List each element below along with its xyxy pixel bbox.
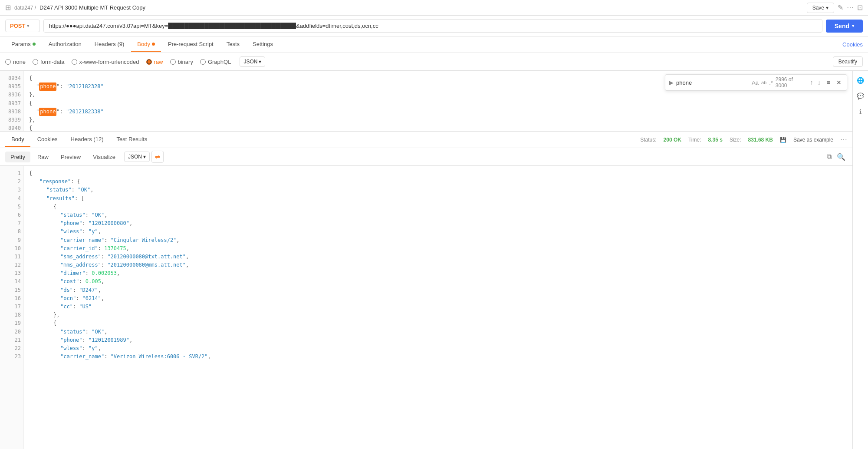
sidebar-icon-comments[interactable]: 💬 (855, 90, 867, 102)
response-body[interactable]: 1 2 3 4 5 6 7 8 9 10 11 12 13 14 (0, 166, 852, 449)
resp-json-chevron: ▾ (143, 154, 146, 160)
response-format-bar: Pretty Raw Preview Visualize JSON ▾ (0, 148, 852, 166)
request-editor: 8934 8935 8936 8937 8938 8939 8940 8941 … (0, 71, 852, 132)
tab-authorization-label: Authorization (49, 41, 82, 47)
response-tab-bar: Body Cookies Headers (12) Test Results S… (0, 132, 852, 148)
resp-tab-body-label: Body (11, 136, 24, 142)
body-type-formdata[interactable]: form-data (33, 59, 65, 65)
find-bar: ▶ Aa ab .* 2996 of 3000 ↑ ↓ ≡ ✕ (665, 74, 847, 91)
status-badge: 200 OK (664, 137, 681, 143)
tab-settings[interactable]: Settings (247, 37, 279, 52)
save-example-button[interactable]: Save as example (793, 137, 833, 143)
fmt-raw-label: Raw (37, 154, 49, 160)
resp-tab-headers[interactable]: Headers (12) (65, 132, 110, 147)
json-format-label: JSON (243, 59, 257, 65)
sidebar-icon-info[interactable]: ℹ (855, 106, 867, 118)
send-chevron: ▾ (852, 23, 854, 28)
fmt-pretty-label: Pretty (10, 154, 25, 160)
save-icon: 💾 (780, 137, 786, 143)
tab-pre-request[interactable]: Pre-request Script (162, 37, 220, 52)
tab-body[interactable]: Body (131, 37, 161, 52)
method-select[interactable]: POST ▾ (5, 20, 40, 32)
find-input[interactable] (676, 79, 749, 86)
fmt-visualize-label: Visualize (93, 154, 115, 160)
body-type-bar: none form-data x-www-form-urlencoded raw… (0, 53, 868, 71)
code-line-8940: { (29, 124, 847, 131)
sidebar-icon-environment[interactable]: 🌐 (855, 74, 867, 86)
tab-pre-request-label: Pre-request Script (168, 41, 214, 47)
resp-tab-cookies[interactable]: Cookies (31, 132, 64, 147)
tab-headers-label: Headers (9) (95, 41, 125, 47)
resp-tab-body[interactable]: Body (5, 132, 30, 147)
cookies-link[interactable]: Cookies (842, 41, 863, 48)
copy-response-button[interactable]: ⧉ (825, 151, 833, 162)
page-title: D247 API 3000 Multiple MT Request Copy (39, 4, 145, 11)
resp-tab-test-results[interactable]: Test Results (110, 132, 153, 147)
search-response-button[interactable]: 🔍 (835, 151, 847, 163)
response-time-value: 8.35 s (708, 137, 723, 143)
more-options-button[interactable]: ⋯ (847, 3, 854, 12)
fmt-tab-preview[interactable]: Preview (56, 152, 86, 162)
method-label: POST (10, 23, 25, 29)
tab-tests[interactable]: Tests (220, 37, 246, 52)
find-expand-icon: ▶ (669, 79, 674, 86)
request-tab-bar: Params Authorization Headers (9) Body Pr… (0, 36, 868, 53)
save-example-label: Save as example (793, 137, 833, 143)
tab-tests-label: Tests (227, 41, 240, 47)
fmt-tab-raw[interactable]: Raw (32, 152, 54, 162)
save-chevron: ▾ (826, 5, 829, 11)
fmt-tab-visualize[interactable]: Visualize (88, 152, 121, 162)
find-menu-button[interactable]: ≡ (825, 78, 832, 87)
body-type-graphql[interactable]: GraphQL (200, 59, 231, 65)
find-count: 2996 of 3000 (776, 76, 806, 89)
response-section: Body Cookies Headers (12) Test Results S… (0, 132, 852, 449)
find-word-icon[interactable]: ab (761, 80, 766, 85)
edit-button[interactable]: ✎ (838, 3, 843, 12)
body-type-raw[interactable]: raw (146, 59, 163, 65)
find-regex-icon[interactable]: .* (769, 79, 773, 86)
resp-tab-headers-label: Headers (12) (71, 136, 104, 142)
request-line-numbers: 8934 8935 8936 8937 8938 8939 8940 8941 (0, 71, 24, 131)
response-more-button[interactable]: ⋯ (840, 135, 847, 144)
method-chevron: ▾ (27, 23, 29, 28)
tab-headers[interactable]: Headers (9) (89, 37, 131, 52)
code-line-8936: }, (29, 91, 847, 99)
response-line-numbers: 1 2 3 4 5 6 7 8 9 10 11 12 13 14 (0, 166, 24, 449)
body-type-binary[interactable]: binary (170, 59, 193, 65)
tab-authorization[interactable]: Authorization (43, 37, 88, 52)
code-line-8937: { (29, 99, 847, 108)
app-icon: ⊞ (5, 3, 11, 12)
send-button[interactable]: Send ▾ (826, 20, 863, 33)
find-case-icon[interactable]: Aa (752, 79, 759, 86)
url-input[interactable] (43, 19, 822, 33)
fmt-tab-pretty[interactable]: Pretty (5, 152, 30, 162)
breadcrumb: data247 / (14, 5, 36, 11)
fmt-preview-label: Preview (61, 154, 81, 160)
find-next-button[interactable]: ↓ (816, 78, 822, 87)
response-status-label: Status: (640, 137, 656, 143)
code-line-8939: }, (29, 116, 847, 124)
body-type-urlencoded[interactable]: x-www-form-urlencoded (72, 59, 139, 65)
beautify-button[interactable]: Beautify (833, 56, 863, 67)
tab-settings-label: Settings (253, 41, 273, 47)
body-type-none[interactable]: none (5, 59, 26, 65)
params-dot (33, 43, 36, 46)
json-format-chevron: ▾ (259, 59, 261, 65)
panel-toggle-button[interactable]: ⊡ (857, 3, 863, 12)
find-close-button[interactable]: ✕ (835, 78, 843, 87)
resp-json-select[interactable]: JSON ▾ (124, 152, 150, 162)
json-format-select[interactable]: JSON ▾ (240, 56, 265, 67)
tab-body-label: Body (137, 41, 150, 47)
tab-params-label: Params (11, 41, 31, 47)
save-button[interactable]: Save ▾ (807, 3, 834, 13)
right-sidebar: 🌐 💬 ℹ (852, 71, 868, 449)
resp-tab-test-results-label: Test Results (116, 136, 147, 142)
tab-params[interactable]: Params (5, 37, 42, 52)
find-prev-button[interactable]: ↑ (809, 78, 815, 87)
response-code-area: { "response": { "status": "OK", "results… (24, 166, 852, 449)
response-size-label: Size: (730, 137, 741, 143)
wrap-button[interactable]: ⇌ (151, 151, 164, 163)
code-line-8938: "phone": "2012182338" (29, 108, 847, 116)
response-time-label: Time: (688, 137, 701, 143)
resp-tab-cookies-label: Cookies (37, 136, 58, 142)
